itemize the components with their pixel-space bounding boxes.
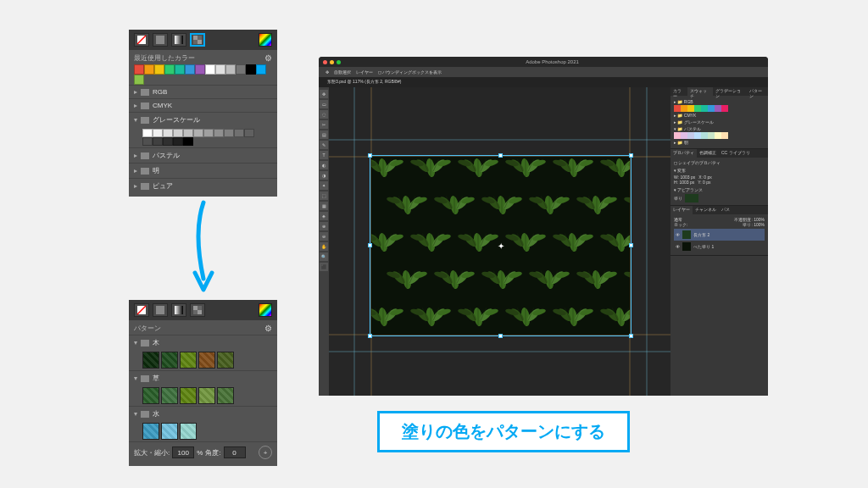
solid-fill-button[interactable] <box>153 303 168 317</box>
add-pattern-button[interactable]: + <box>259 446 272 459</box>
gradient-fill-button[interactable] <box>171 33 186 47</box>
canvas-area[interactable]: ✦ <box>329 87 670 396</box>
swatch[interactable] <box>164 64 175 75</box>
no-fill-button[interactable] <box>134 33 149 47</box>
swatch[interactable] <box>154 64 164 75</box>
swatch-group[interactable]: ▸ピュア <box>129 178 277 193</box>
tool-button[interactable]: ✦ <box>320 181 328 190</box>
pattern-thumb[interactable] <box>142 423 159 440</box>
panel-tab[interactable]: レイヤー <box>670 206 693 214</box>
gear-icon[interactable]: ⚙ <box>264 53 272 63</box>
svg-rect-6 <box>198 40 202 44</box>
swatch-group[interactable]: ▾グレースケール <box>129 112 277 127</box>
gear-icon[interactable]: ⚙ <box>264 324 272 333</box>
option-item[interactable]: 自動選択 <box>334 69 351 75</box>
pattern-group[interactable]: ▾水 <box>129 406 277 421</box>
svg-rect-5 <box>193 36 198 40</box>
pattern-fill-button[interactable] <box>190 303 205 317</box>
pattern-fill-button[interactable] <box>190 33 205 47</box>
tool-button[interactable]: ⬚ <box>320 191 328 200</box>
swatch-group[interactable]: ▸明 <box>129 163 277 178</box>
tool-button[interactable]: ▤ <box>320 130 328 139</box>
pattern-group[interactable]: ▾木 <box>129 335 277 350</box>
swatch[interactable] <box>236 64 246 75</box>
layers-tabs[interactable]: レイヤーチャンネルパス <box>670 206 768 214</box>
color-picker-button[interactable] <box>259 33 272 47</box>
layer-row[interactable]: 👁 長方形 2 <box>674 229 765 241</box>
tool-button[interactable]: ✂ <box>320 120 328 129</box>
pattern-thumb[interactable] <box>217 387 234 404</box>
gradient-fill-button[interactable] <box>171 303 186 317</box>
pattern-thumb[interactable] <box>161 352 178 369</box>
panel-tab[interactable]: カラー <box>670 87 687 96</box>
panel-tab[interactable]: スウォッチ <box>687 87 713 96</box>
tool-button[interactable]: ◑ <box>320 171 328 180</box>
move-tool-icon: ✥ <box>326 69 329 75</box>
swatch[interactable] <box>134 64 144 75</box>
selection-bounds[interactable]: ✦ <box>370 155 632 336</box>
tool-button[interactable]: ⊕ <box>320 222 328 230</box>
swatch[interactable] <box>256 64 266 75</box>
pattern-thumb[interactable] <box>161 423 178 440</box>
swatch-group[interactable]: ▸パステル <box>129 147 277 163</box>
tool-button[interactable]: ⬛ <box>320 263 328 271</box>
swatch-group[interactable]: ▸RGB <box>129 85 277 98</box>
swatch[interactable] <box>144 64 154 75</box>
pattern-thumb[interactable] <box>180 352 197 369</box>
swatch-tabs[interactable]: カラースウォッチグラデーションパターン <box>670 87 768 96</box>
swatch[interactable] <box>175 64 185 75</box>
pattern-scale-row: 拡大・縮小: % 角度: + <box>129 441 277 463</box>
swatch[interactable] <box>185 64 195 75</box>
fill-type-row <box>129 30 277 50</box>
tool-button[interactable]: T <box>320 151 328 159</box>
properties-tabs[interactable]: プロパティ色調補正CC ライブラリ <box>670 149 768 158</box>
tool-button[interactable]: ✎ <box>320 141 328 149</box>
swatch[interactable] <box>134 75 144 85</box>
panel-tab[interactable]: パス <box>719 206 732 214</box>
swatch[interactable] <box>246 64 256 75</box>
pattern-thumb[interactable] <box>180 387 197 404</box>
tool-button[interactable]: ◐ <box>320 161 328 169</box>
option-item[interactable]: レイヤー <box>356 69 373 75</box>
swatch[interactable] <box>225 64 236 75</box>
tool-button[interactable]: 🔍 <box>320 252 328 261</box>
layer-row[interactable]: 👁 べた塗り 1 <box>674 241 765 252</box>
panel-tab[interactable]: グラデーション <box>713 87 747 96</box>
svg-rect-2 <box>156 36 164 44</box>
traffic-lights[interactable] <box>323 60 341 64</box>
pattern-thumb[interactable] <box>142 387 159 404</box>
tool-button[interactable]: ◌ <box>320 110 328 119</box>
panel-tab[interactable]: 色調補正 <box>697 149 719 158</box>
swatch[interactable] <box>205 64 215 75</box>
swatch[interactable] <box>195 64 205 75</box>
pattern-thumb[interactable] <box>198 352 215 369</box>
panel-tab[interactable]: パターン <box>747 87 768 96</box>
swatch-group[interactable]: ▸CMYK <box>129 98 277 112</box>
svg-rect-12 <box>193 306 198 310</box>
pattern-thumb[interactable] <box>142 352 159 369</box>
solid-fill-button[interactable] <box>153 33 168 47</box>
panel-tab[interactable]: プロパティ <box>670 149 697 158</box>
swatch[interactable] <box>215 64 225 75</box>
pattern-thumb[interactable] <box>161 387 178 404</box>
tool-button[interactable]: ◈ <box>320 212 328 220</box>
tool-button[interactable]: ▦ <box>320 202 328 210</box>
tool-button[interactable]: ✋ <box>320 242 328 251</box>
color-picker-button[interactable] <box>259 303 272 317</box>
document-tab[interactable]: 形態3.psd @ 117% (長方形 2, RGB/8#) <box>319 77 768 87</box>
tool-button[interactable]: ▭ <box>320 100 328 108</box>
panel-tab[interactable]: CC ライブラリ <box>719 149 753 158</box>
svg-rect-9 <box>156 306 164 314</box>
tool-button[interactable]: ✥ <box>320 90 328 98</box>
pattern-thumb[interactable] <box>180 423 197 440</box>
pattern-group[interactable]: ▾草 <box>129 370 277 385</box>
pattern-thumb[interactable] <box>198 387 215 404</box>
callout-box: 塗りの色をパターンにする <box>377 411 630 452</box>
option-item[interactable]: ◻ バウンディングボックスを表示 <box>378 69 442 75</box>
panel-tab[interactable]: チャンネル <box>693 206 719 214</box>
tool-button[interactable]: ⊖ <box>320 232 328 241</box>
angle-input[interactable] <box>224 446 246 458</box>
no-fill-button[interactable] <box>134 303 149 317</box>
pattern-thumb[interactable] <box>217 352 234 369</box>
scale-input[interactable] <box>172 446 194 458</box>
